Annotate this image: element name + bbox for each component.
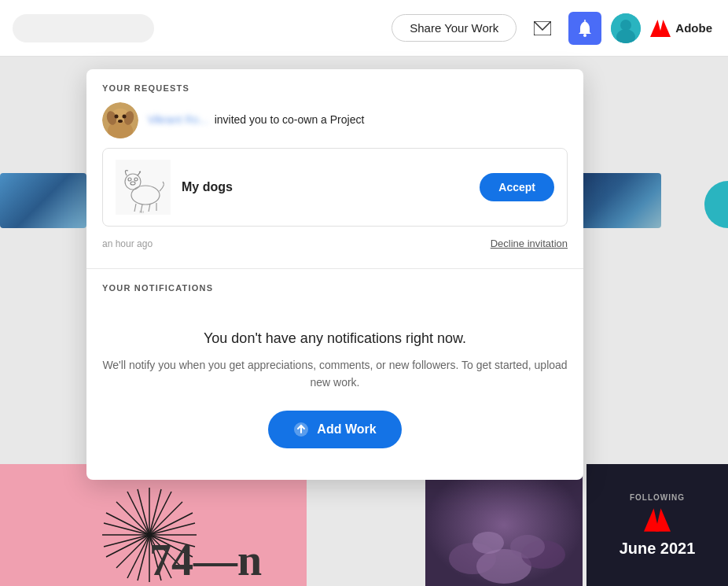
user-avatar[interactable] — [611, 13, 641, 43]
bg-succulents — [425, 464, 583, 586]
request-item: Vikrant Ro... invited you to co-own a Pr… — [86, 102, 583, 268]
svg-marker-13 — [644, 508, 659, 531]
add-work-label: Add Work — [317, 422, 376, 437]
notifications-empty: You don't have any notifications right n… — [86, 302, 583, 480]
empty-desc: We'll notify you when you get appreciati… — [102, 356, 568, 392]
request-user-row: Vikrant Ro... invited you to co-own a Pr… — [102, 102, 568, 138]
project-title: My dogs — [182, 180, 233, 194]
nav-left-pill — [13, 14, 154, 42]
notification-dropdown: YOUR REQUESTS — [86, 69, 583, 480]
email-icon-button[interactable] — [526, 12, 559, 45]
svg-point-35 — [118, 120, 123, 123]
following-card[interactable]: FOLLOWING June 2021 — [586, 464, 728, 586]
svg-point-34 — [123, 115, 127, 119]
bg-image-blue — [0, 173, 86, 228]
adobe-logo[interactable]: Adobe — [650, 20, 712, 37]
project-card: xo My dogs Accept — [102, 148, 568, 227]
june-2021-label: June 2021 — [620, 540, 696, 558]
share-work-button[interactable]: Share Your Work — [392, 14, 517, 42]
following-badge: FOLLOWING — [630, 493, 685, 502]
accept-button[interactable]: Accept — [480, 173, 554, 201]
add-work-button[interactable]: Add Work — [268, 411, 401, 448]
svg-point-18 — [472, 532, 504, 554]
decline-link[interactable]: Decline invitation — [491, 238, 568, 249]
invite-text: invited you to co-own a Project — [215, 113, 365, 126]
svg-point-19 — [510, 535, 545, 558]
svg-point-21 — [583, 34, 586, 37]
adobe-label: Adobe — [675, 21, 712, 35]
bell-icon-button[interactable] — [568, 12, 601, 45]
svg-point-33 — [115, 115, 119, 119]
notifications-section-header: YOUR NOTIFICATIONS — [86, 269, 583, 302]
svg-text:xo: xo — [139, 209, 144, 214]
adobe-logo-white — [644, 507, 671, 536]
navbar: Share Your Work Adobe — [0, 0, 728, 57]
username-blurred: Vikrant Ro... — [148, 112, 208, 128]
request-meta: an hour ago Decline invitation — [102, 238, 568, 256]
request-user-avatar — [102, 102, 138, 138]
empty-title: You don't have any notifications right n… — [102, 330, 568, 347]
project-thumbnail: xo — [116, 160, 171, 215]
upload-icon — [293, 422, 309, 437]
project-card-left: xo My dogs — [116, 160, 233, 215]
notifications-section: YOUR NOTIFICATIONS You don't have any no… — [86, 269, 583, 480]
svg-point-24 — [620, 20, 631, 31]
svg-marker-27 — [650, 20, 662, 37]
bg-typography: 74—n — [149, 535, 262, 585]
timestamp: an hour ago — [102, 238, 153, 249]
requests-section-header: YOUR REQUESTS — [86, 69, 583, 102]
bg-image-dark-blue — [575, 173, 661, 228]
request-text: Vikrant Ro... invited you to co-own a Pr… — [148, 112, 364, 128]
